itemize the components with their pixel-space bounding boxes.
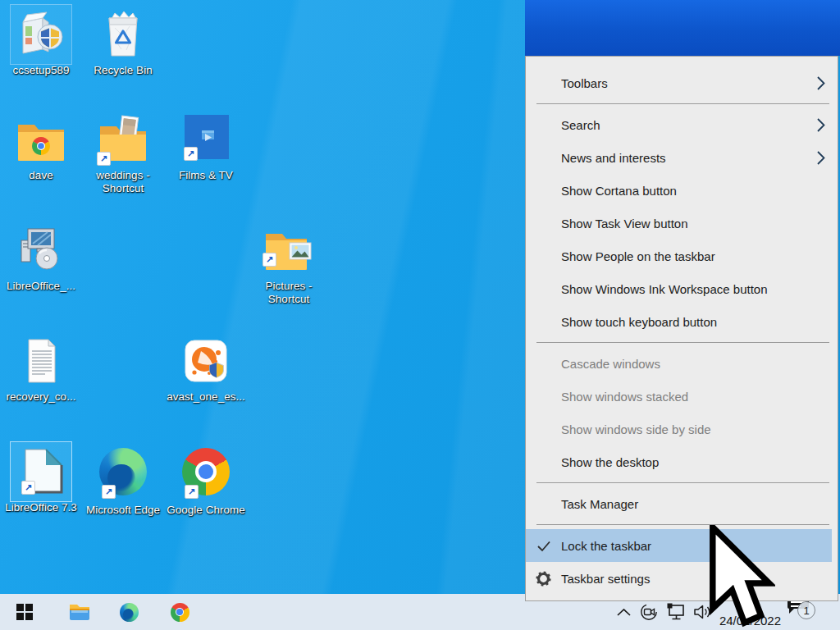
taskbar-edge-button[interactable]: [119, 594, 139, 630]
desktop-icon-libreoffice-73[interactable]: ↗ LibreOffice 7.3: [2, 445, 80, 514]
submenu-arrow-icon: [812, 76, 830, 90]
shortcut-arrow-icon: ↗: [102, 485, 116, 499]
show-hidden-icons-button[interactable]: [614, 602, 633, 622]
shortcut-arrow-icon: ↗: [184, 147, 198, 161]
windows-desktop: ccsetup589 Recycle Bin: [0, 0, 840, 630]
menu-item-news-and-interests[interactable]: News and interests: [526, 141, 838, 174]
avast-icon: [180, 335, 232, 387]
menu-item-show-the-desktop[interactable]: Show the desktop: [526, 445, 838, 478]
desktop-icon-label: recovery_co...: [2, 390, 80, 404]
taskbar-file-explorer-button[interactable]: [69, 594, 90, 630]
desktop-icon-google-chrome[interactable]: ↗ Google Chrome: [167, 445, 245, 517]
menu-item-show-task-view[interactable]: Show Task View button: [526, 207, 838, 240]
menu-item-toolbars[interactable]: Toolbars: [526, 66, 838, 99]
desktop-icon-label: LibreOffice_...: [2, 280, 80, 293]
selection-rectangle: [10, 4, 72, 65]
desktop-icon-label: Microsoft Edge: [84, 504, 162, 517]
shortcut-arrow-icon: ↗: [97, 152, 111, 166]
meet-now-button[interactable]: [639, 602, 659, 622]
menu-item-show-windows-side-by-side: Show windows side by side: [526, 413, 838, 445]
submenu-arrow-icon: [812, 118, 830, 132]
menu-separator: [526, 338, 838, 347]
taskbar-chrome-button[interactable]: [170, 594, 189, 630]
shortcut-arrow-icon: ↗: [185, 485, 199, 499]
file-explorer-icon: [69, 602, 90, 622]
start-button[interactable]: [13, 594, 36, 630]
desktop-icon-ccsetup589[interactable]: ccsetup589: [2, 8, 80, 77]
desktop-icon-label: Recycle Bin: [84, 64, 162, 77]
desktop-icon-microsoft-edge[interactable]: ↗ Microsoft Edge: [84, 445, 162, 517]
desktop-icon-pictures-shortcut[interactable]: ↗ Pictures - Shortcut: [249, 224, 328, 307]
mouse-cursor: [708, 525, 775, 630]
menu-item-show-windows-stacked: Show windows stacked: [526, 380, 838, 413]
shortcut-arrow-icon: ↗: [21, 481, 35, 495]
desktop-icon-libreoffice-installer[interactable]: LibreOffice_...: [2, 224, 80, 293]
desktop-icon-films-tv[interactable]: ↗ Films & TV: [167, 113, 245, 182]
menu-item-show-touch-keyboard[interactable]: Show touch keyboard button: [526, 305, 838, 338]
network-status-button[interactable]: [665, 600, 687, 623]
taskbar-context-menu: Toolbars Search News and interests Show …: [525, 56, 838, 601]
menu-item-show-ink-workspace[interactable]: Show Windows Ink Workspace button: [526, 272, 838, 305]
camera-icon: [640, 603, 658, 621]
recycle-bin-icon: [97, 8, 149, 61]
desktop-icon-label: Films & TV: [167, 169, 245, 182]
desktop-icon-label: LibreOffice 7.3: [2, 501, 80, 514]
top-blue-band: [525, 0, 840, 56]
desktop-icon-label: weddings - Shortcut: [84, 169, 162, 196]
menu-item-show-people[interactable]: Show People on the taskbar: [526, 240, 838, 272]
edge-logo-icon: [120, 603, 139, 622]
desktop-icon-avast-installer[interactable]: avast_one_es...: [167, 335, 245, 404]
desktop-icon-label: Pictures - Shortcut: [249, 280, 328, 307]
menu-separator: [526, 520, 838, 529]
desktop-icon-weddings-shortcut[interactable]: ↗ weddings - Shortcut: [84, 113, 162, 196]
desktop-icon-recovery-doc[interactable]: recovery_co...: [2, 335, 80, 404]
desktop-icon-label: ccsetup589: [2, 64, 80, 77]
selection-rectangle: [10, 441, 72, 502]
windows-logo-icon: [16, 604, 33, 620]
desktop-icon-label: Google Chrome: [167, 504, 245, 517]
desktop-icon-recycle-bin[interactable]: Recycle Bin: [84, 8, 162, 77]
shortcut-arrow-icon: ↗: [262, 253, 276, 267]
menu-item-search[interactable]: Search: [526, 108, 838, 141]
menu-item-taskbar-settings[interactable]: Taskbar settings: [526, 562, 838, 595]
chrome-logo-icon: [171, 603, 189, 622]
submenu-arrow-icon: [812, 151, 830, 165]
action-center-button[interactable]: 1: [794, 602, 832, 627]
menu-item-lock-the-taskbar[interactable]: Lock the taskbar: [526, 529, 832, 562]
menu-item-task-manager[interactable]: Task Manager: [526, 487, 838, 520]
notification-badge: 1: [797, 601, 815, 619]
installer-computer-cd-icon: [15, 224, 67, 276]
menu-separator: [526, 478, 838, 487]
menu-separator: [526, 99, 838, 108]
folder-chrome-icon: [15, 113, 67, 166]
chevron-up-icon: [617, 609, 631, 616]
desktop-icon-dave[interactable]: dave: [2, 113, 80, 182]
gear-icon: [526, 571, 561, 587]
text-document-icon: [15, 335, 67, 387]
desktop-icon-label: avast_one_es...: [167, 390, 245, 404]
checkmark-icon: [526, 540, 561, 552]
menu-item-cascade-windows: Cascade windows: [526, 347, 838, 380]
menu-item-show-cortana[interactable]: Show Cortana button: [526, 174, 838, 207]
network-icon: [665, 601, 687, 623]
folder-picture-icon: [262, 224, 315, 276]
desktop-icon-label: dave: [2, 169, 80, 182]
